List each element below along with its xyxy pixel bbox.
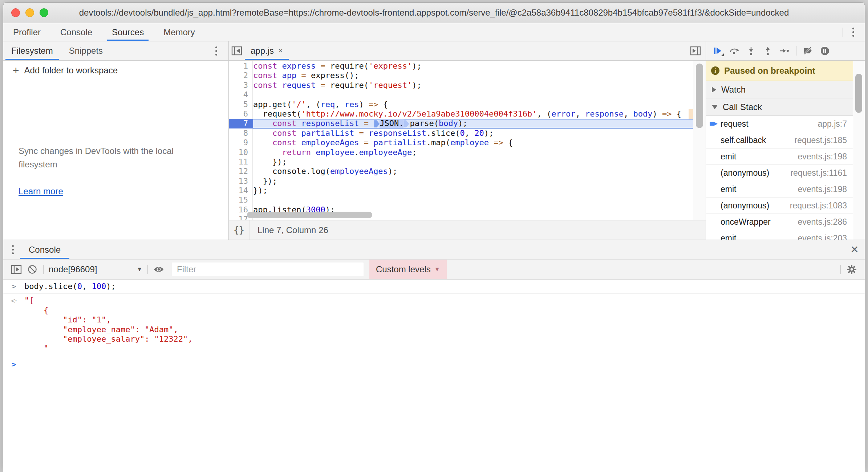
navigator-tab-snippets[interactable]: Snippets: [61, 41, 111, 60]
code-line-9[interactable]: const employeeAges = partialList.map(emp…: [253, 138, 706, 147]
stack-frame[interactable]: (anonymous)request.js:1083: [706, 198, 853, 214]
code-line-6[interactable]: request('http://www.mocky.io/v2/5e1a9abe…: [253, 109, 706, 119]
learn-more-link[interactable]: Learn more: [19, 186, 63, 196]
main-menu-button[interactable]: [846, 23, 860, 41]
current-frame-arrow-icon: [710, 121, 721, 127]
line-number-3[interactable]: 3: [229, 81, 252, 90]
code-line-13[interactable]: });: [253, 176, 706, 186]
step-into-button[interactable]: [743, 43, 759, 59]
line-number-6[interactable]: 6: [229, 109, 252, 119]
clear-console-button[interactable]: [24, 261, 40, 277]
code-line-4[interactable]: [253, 90, 706, 99]
step-out-button[interactable]: [760, 43, 776, 59]
drawer-menu-button[interactable]: [5, 240, 20, 259]
line-number-7[interactable]: 7: [229, 119, 252, 128]
console-settings-button[interactable]: [844, 261, 860, 277]
code-line-11[interactable]: });: [253, 157, 706, 167]
code-line-1[interactable]: const express = require('express');: [253, 61, 706, 71]
navigator-menu-button[interactable]: [209, 41, 223, 60]
tab-close-icon[interactable]: ×: [278, 46, 283, 56]
frame-location[interactable]: events.js:198: [798, 184, 847, 194]
stack-frame[interactable]: emitevents.js:203: [706, 230, 853, 240]
file-tab-appjs[interactable]: app.js ×: [245, 41, 289, 60]
line-number-4[interactable]: 4: [229, 90, 252, 99]
window-close-button[interactable]: [11, 8, 20, 17]
frame-location[interactable]: request.js:1083: [790, 201, 847, 211]
code-line-10[interactable]: return employee.employeeAge;: [253, 148, 706, 157]
stack-frame[interactable]: (anonymous)request.js:1161: [706, 165, 853, 181]
debugger-scroll-thumb[interactable]: [855, 74, 862, 113]
console-sidebar-button[interactable]: [8, 261, 24, 277]
gear-icon: [847, 264, 857, 274]
stack-frame[interactable]: emitevents.js:198: [706, 181, 853, 198]
line-number-9[interactable]: 9: [229, 138, 252, 147]
chevron-down-icon: [712, 105, 718, 109]
main-tab-sources[interactable]: Sources: [102, 23, 154, 41]
window-minimize-button[interactable]: [25, 8, 34, 17]
stack-frame[interactable]: self.callbackrequest.js:185: [706, 132, 853, 148]
frame-function: emit: [721, 233, 736, 240]
console-messages[interactable]: >body.slice(0, 100);<·"[ { "id": "1", "e…: [3, 280, 865, 472]
frame-location[interactable]: app.js:7: [818, 119, 847, 129]
line-number-8[interactable]: 8: [229, 129, 252, 138]
console-tab[interactable]: Console: [20, 240, 69, 259]
line-number-13[interactable]: 13: [229, 176, 252, 186]
stack-frame[interactable]: emitevents.js:198: [706, 148, 853, 165]
code-line-5[interactable]: app.get('/', (req, res) => {: [253, 100, 706, 109]
navigator-tab-filesystem[interactable]: Filesystem: [3, 41, 61, 60]
resume-button[interactable]: [710, 43, 726, 59]
execution-context-selector[interactable]: node[96609] ▼: [49, 264, 142, 274]
code-line-8[interactable]: const partialList = responseList.slice(0…: [253, 129, 706, 138]
main-tab-profiler[interactable]: Profiler: [3, 23, 50, 41]
code-line-12[interactable]: console.log(employeeAges);: [253, 167, 706, 176]
editor-vscroll-thumb[interactable]: [696, 64, 703, 128]
frame-location[interactable]: events.js:198: [798, 152, 847, 162]
line-number-15[interactable]: 15: [229, 195, 252, 205]
pretty-print-icon[interactable]: {}: [229, 220, 250, 240]
line-number-10[interactable]: 10: [229, 148, 252, 157]
debugger-scrollbar[interactable]: [853, 61, 865, 240]
call-stack-section-header[interactable]: Call Stack: [706, 98, 853, 116]
pause-on-exceptions-button[interactable]: [817, 43, 833, 59]
log-levels-dropdown[interactable]: Custom levels ▼: [369, 260, 447, 279]
show-navigator-button[interactable]: [229, 41, 245, 60]
line-number-2[interactable]: 2: [229, 71, 252, 80]
console-command: >body.slice(0, 100);: [3, 280, 865, 294]
console-filter-input[interactable]: [172, 263, 364, 276]
stack-frame[interactable]: onceWrapperevents.js:286: [706, 214, 853, 230]
code-line-15[interactable]: [253, 195, 706, 205]
line-number-5[interactable]: 5: [229, 100, 252, 109]
code-line-3[interactable]: const request = require('request');: [253, 81, 706, 90]
frame-location[interactable]: events.js:203: [798, 233, 847, 240]
editor-vertical-scrollbar[interactable]: [693, 61, 706, 220]
main-tabbar-tabs: ProfilerConsoleSourcesMemory: [3, 23, 205, 41]
line-number-12[interactable]: 12: [229, 167, 252, 176]
prompt-chevron-icon: >: [3, 360, 24, 369]
code-line-7[interactable]: const responseList = JSON.parse(body);: [253, 119, 706, 128]
main-tab-memory[interactable]: Memory: [154, 23, 205, 41]
close-drawer-button[interactable]: ✕: [844, 240, 865, 259]
console-prompt[interactable]: >: [3, 356, 865, 371]
line-number-11[interactable]: 11: [229, 157, 252, 167]
live-expression-button[interactable]: [151, 261, 167, 277]
watch-section-header[interactable]: Watch: [706, 81, 853, 98]
stack-frame[interactable]: requestapp.js:7: [706, 116, 853, 132]
show-debugger-button[interactable]: [687, 41, 703, 60]
add-folder-button[interactable]: + Add folder to workspace: [3, 61, 228, 80]
code-line-14[interactable]: });: [253, 186, 706, 195]
code-line-2[interactable]: const app = express();: [253, 71, 706, 80]
frame-location[interactable]: events.js:286: [798, 217, 847, 227]
line-number-1[interactable]: 1: [229, 61, 252, 71]
main-tabbar: ProfilerConsoleSourcesMemory: [3, 23, 865, 41]
frame-location[interactable]: request.js:1161: [790, 168, 847, 178]
frame-location[interactable]: request.js:185: [795, 135, 847, 145]
code-editor[interactable]: 1234567891011121314151617 const express …: [229, 61, 706, 220]
deactivate-breakpoints-button[interactable]: [800, 43, 816, 59]
step-over-button[interactable]: [726, 43, 742, 59]
titlebar: devtools://devtools/bundled/js_app.html?…: [3, 3, 865, 23]
step-button[interactable]: [776, 43, 792, 59]
line-number-14[interactable]: 14: [229, 186, 252, 195]
window-zoom-button[interactable]: [40, 8, 48, 17]
main-tab-console[interactable]: Console: [50, 23, 102, 41]
editor-hscroll-thumb[interactable]: [247, 212, 372, 218]
